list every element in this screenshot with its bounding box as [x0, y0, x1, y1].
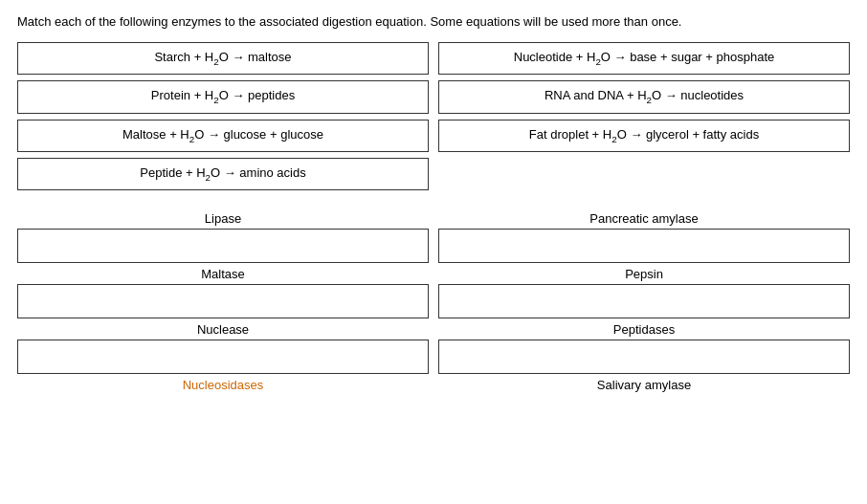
equation-left-3: Maltose + H2O → glucose + glucose [17, 120, 429, 152]
enzyme-left-col: Lipase Maltase Nuclease Nucleosidases [17, 208, 429, 395]
enzyme-pancreatic-box[interactable] [438, 229, 850, 263]
enzyme-pepsin-label: Pepsin [438, 263, 850, 284]
enzyme-nuclease-box[interactable] [17, 340, 429, 374]
equations-left-col: Starch + H2O → maltose Protein + H2O → p… [17, 42, 429, 190]
equation-left-1: Starch + H2O → maltose [17, 42, 429, 75]
equation-right-1: Nucleotide + H2O → base + sugar + phosph… [438, 42, 850, 75]
equation-left-2: Protein + H2O → peptides [17, 80, 429, 113]
enzyme-nuclease-label: Nuclease [17, 318, 429, 340]
enzyme-nuclease-item: Nuclease [17, 318, 429, 374]
enzyme-lipase-label: Lipase [17, 208, 429, 229]
enzyme-salivary-item: Salivary amylase [438, 374, 850, 395]
enzyme-salivary-label: Salivary amylase [438, 374, 850, 395]
instructions-text: Match each of the following enzymes to t… [17, 13, 850, 31]
enzyme-peptidases-label: Peptidases [438, 318, 850, 340]
enzyme-lipase-box[interactable] [17, 229, 429, 263]
enzyme-pepsin-box[interactable] [438, 284, 850, 318]
enzyme-maltase-box[interactable] [17, 284, 429, 318]
enzyme-pancreatic-item: Pancreatic amylase [438, 208, 850, 263]
enzyme-right-col: Pancreatic amylase Pepsin Peptidases Sal… [438, 208, 850, 395]
equations-right-col: Nucleotide + H2O → base + sugar + phosph… [438, 42, 850, 190]
enzyme-nucleosidases-label: Nucleosidases [17, 374, 429, 395]
enzyme-nucleosidases-item: Nucleosidases [17, 374, 429, 395]
enzyme-lipase-item: Lipase [17, 208, 429, 263]
enzyme-peptidases-item: Peptidases [438, 318, 850, 374]
enzyme-pepsin-item: Pepsin [438, 263, 850, 318]
equation-left-4: Peptide + H2O → amino acids [17, 158, 429, 190]
equation-right-3: Fat droplet + H2O → glycerol + fatty aci… [438, 120, 850, 152]
enzyme-maltase-item: Maltase [17, 263, 429, 318]
enzyme-pancreatic-label: Pancreatic amylase [438, 208, 850, 229]
enzyme-section: Lipase Maltase Nuclease Nucleosidases Pa… [17, 208, 850, 395]
enzyme-peptidases-box[interactable] [438, 340, 850, 374]
equation-right-2: RNA and DNA + H2O → nucleotides [438, 80, 850, 113]
enzyme-maltase-label: Maltase [17, 263, 429, 284]
equations-section: Starch + H2O → maltose Protein + H2O → p… [17, 42, 850, 190]
